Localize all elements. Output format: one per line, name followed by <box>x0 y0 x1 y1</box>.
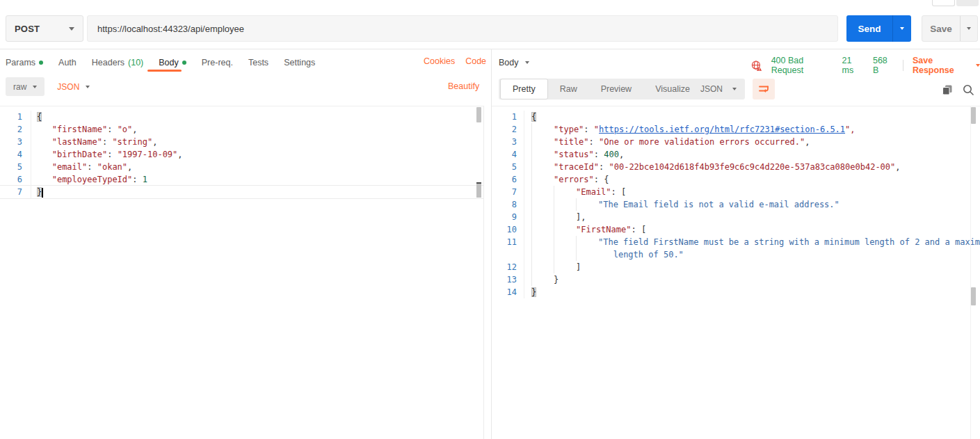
code-line: 2"type": "https://tools.ietf.org/html/rf… <box>492 123 980 136</box>
send-button[interactable]: Send <box>846 15 892 42</box>
beautify-button[interactable]: Beautify <box>448 81 479 91</box>
code-line: 6"errors": { <box>492 173 980 186</box>
chevron-down-icon <box>900 27 904 30</box>
code-content: "The Email field is not a valid e-mail a… <box>524 198 840 211</box>
request-editor-scrollbar-thumb[interactable] <box>476 107 481 122</box>
code-content: length of 50." <box>524 248 684 261</box>
postman-window: POST Send Save Params Auth Headers <box>0 0 980 439</box>
token-key: "FirstName" <box>576 225 631 234</box>
token-pln: : <box>102 137 112 147</box>
code-content: "Email": [ <box>524 186 626 198</box>
response-body-select[interactable]: Body <box>499 55 529 70</box>
headers-count-badge: (10) <box>128 58 143 67</box>
token-pln: : <box>594 150 604 159</box>
top-partial-white-box <box>932 0 955 6</box>
line-number <box>492 248 524 261</box>
code-content: "The field FirstName must be a string wi… <box>524 236 980 248</box>
token-key: "email" <box>52 162 88 172</box>
response-view-tab-pretty[interactable]: Pretty <box>500 79 548 99</box>
response-view-tab-raw[interactable]: Raw <box>548 79 589 99</box>
token-pln: : <box>594 175 604 184</box>
code-line: 5"traceId": "00-22bce1042d618f4b93fe9c6c… <box>492 161 980 173</box>
code-content: "firstName": "o", <box>31 123 138 136</box>
search-response-button[interactable] <box>962 83 974 96</box>
token-pln: , <box>152 137 157 147</box>
token-link[interactable]: https://tools.ietf.org/html/rfc7231#sect… <box>599 125 845 134</box>
code-content: ], <box>524 211 586 223</box>
body-type-select[interactable]: raw <box>6 77 45 96</box>
save-options-button[interactable] <box>960 16 977 41</box>
token-str: "1997-10-09" <box>118 150 178 159</box>
save-label: Save <box>930 24 952 34</box>
token-num: 1 <box>143 175 147 184</box>
token-pln: : <box>599 162 609 172</box>
token-bstr: length of 50." <box>613 250 684 260</box>
code-line: 10"FirstName": [ <box>492 223 980 236</box>
response-scrollbar-thumb[interactable] <box>971 107 976 124</box>
url-input[interactable] <box>88 16 837 41</box>
token-str: ", <box>845 125 855 134</box>
code-content: "birthDate": "1997-10-09", <box>31 148 183 161</box>
response-view-tab-preview[interactable]: Preview <box>589 79 643 99</box>
token-pln: : <box>589 137 599 147</box>
response-scrollbar-track[interactable] <box>970 106 971 439</box>
method-select[interactable]: POST <box>6 15 83 42</box>
code-content: { <box>524 111 536 123</box>
tab-prereq[interactable]: Pre-req. <box>202 58 233 67</box>
save-button[interactable]: Save <box>922 16 960 41</box>
tab-settings[interactable]: Settings <box>284 58 315 67</box>
token-pln: , <box>895 162 900 172</box>
tab-auth[interactable]: Auth <box>58 58 77 67</box>
response-format-label: JSON <box>700 84 723 94</box>
code-link[interactable]: Code <box>465 56 486 66</box>
copy-response-button[interactable] <box>941 83 954 96</box>
tab-tests[interactable]: Tests <box>248 58 268 67</box>
header-divider <box>0 49 980 49</box>
save-button-group: Save <box>922 15 978 42</box>
tab-settings-label: Settings <box>284 58 315 67</box>
indent-guide <box>554 248 576 261</box>
line-number: 6 <box>492 173 524 186</box>
token-pln <box>37 150 52 159</box>
token-pln <box>37 162 52 172</box>
response-meta: 400 Bad Request 21 ms 568 B Save Respons… <box>751 56 980 75</box>
token-bstr: "The Email field is not a valid e-mail a… <box>598 200 840 209</box>
request-body-editor[interactable]: 1{2 "firstName": "o",3 "lastName": "stri… <box>0 106 483 439</box>
cookies-link[interactable]: Cookies <box>424 56 455 66</box>
indent-guide <box>531 136 554 148</box>
line-number: 1 <box>0 111 31 123</box>
response-format-select[interactable]: JSON <box>692 79 745 99</box>
indent-guide <box>531 236 554 248</box>
line-number: 12 <box>492 261 524 273</box>
code-content: "status": 400, <box>524 148 624 161</box>
search-icon <box>962 83 974 96</box>
language-select[interactable]: JSON <box>57 82 90 92</box>
body-active-dot <box>182 61 186 65</box>
tab-headers[interactable]: Headers (10) <box>92 58 143 67</box>
indent-guide <box>576 236 598 248</box>
line-number: 2 <box>492 123 524 136</box>
line-number: 9 <box>492 211 524 223</box>
code-line: 3"title": "One or more validation errors… <box>492 136 980 148</box>
token-pln: , <box>127 162 132 172</box>
save-response-button[interactable]: Save Response <box>913 56 980 75</box>
code-content: ] <box>524 261 581 273</box>
response-body-viewer[interactable]: 1{2"type": "https://tools.ietf.org/html/… <box>492 106 980 439</box>
code-line: length of 50." <box>492 248 980 261</box>
token-key: "birthDate" <box>52 150 107 159</box>
token-key: "type" <box>554 125 584 134</box>
cookies-code-links: Cookies Code <box>424 56 486 66</box>
indent-guide <box>531 161 554 173</box>
indent-guide <box>554 211 576 223</box>
token-pln: { <box>604 175 609 184</box>
tab-params[interactable]: Params <box>6 58 43 67</box>
token-str: " <box>594 125 599 134</box>
code-content: "traceId": "00-22bce1042d618f4b93fe9c6c9… <box>524 161 901 173</box>
send-label: Send <box>858 24 881 34</box>
tab-auth-label: Auth <box>58 58 77 67</box>
tab-body[interactable]: Body <box>159 58 186 67</box>
tab-tests-label: Tests <box>248 58 268 67</box>
token-pln <box>37 175 52 184</box>
wrap-lines-button[interactable] <box>753 79 775 99</box>
send-options-button[interactable] <box>892 15 911 42</box>
